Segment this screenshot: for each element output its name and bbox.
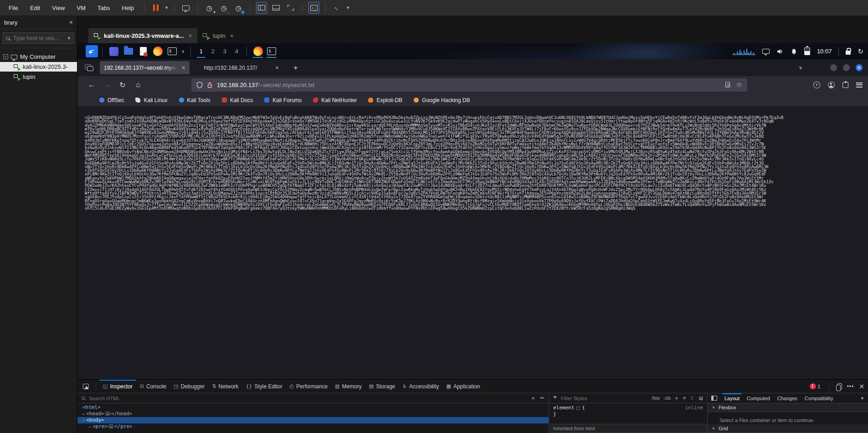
- vm-tab-lupin[interactable]: ▶ lupin ×: [197, 28, 239, 43]
- lock-screen-icon[interactable]: [846, 51, 851, 55]
- reload-button[interactable]: ↻: [115, 78, 130, 92]
- bookmark-kali-docs[interactable]: Kali Docs: [222, 97, 253, 103]
- vm-tab-close-button[interactable]: ×: [189, 32, 192, 39]
- firefox-view-icon[interactable]: [85, 64, 93, 71]
- devtools-tab-accessibility[interactable]: ♿Accessibility: [399, 380, 442, 393]
- tree-item-kali-vm[interactable]: ▶ kali-linux-2025.3-: [0, 62, 77, 72]
- terminal-launcher[interactable]: $: [167, 46, 178, 57]
- reader-mode-icon[interactable]: [725, 82, 730, 88]
- devtools-tab-debugger[interactable]: ◳Debugger: [170, 380, 208, 393]
- bookmark-kali-nethunter[interactable]: Kali NetHunter: [313, 97, 357, 103]
- node-body-selected[interactable]: ▾<body>: [77, 417, 549, 423]
- flexbox-section-header[interactable]: ▼Flexbox: [708, 403, 868, 412]
- vm-tab-kali[interactable]: ▶ kali-linux-2025.3-vmware-a... ×: [88, 28, 197, 43]
- node-pre[interactable]: ▸<pre>…</pre>: [77, 423, 549, 430]
- more-tabs-caret[interactable]: ▼: [860, 396, 864, 401]
- open-window-firefox[interactable]: [251, 43, 265, 59]
- window-minimize-button[interactable]: [830, 64, 837, 71]
- notification-bell-icon[interactable]: [791, 48, 797, 55]
- devtools-tab-inspector[interactable]: ◱Inspector: [99, 380, 136, 393]
- library-close-button[interactable]: ×: [69, 19, 73, 26]
- pseudo-class-toggle[interactable]: :hov: [651, 396, 660, 401]
- folder-launcher[interactable]: [123, 46, 134, 57]
- menu-tabs[interactable]: Tabs: [92, 0, 116, 16]
- filter-styles-input[interactable]: [560, 395, 648, 402]
- url-bar[interactable]: 192.168.20.137/~secret/.mysecret.txt ☆: [191, 78, 747, 92]
- bookmark-star-icon[interactable]: ☆: [736, 81, 742, 89]
- manage-snapshots-button[interactable]: ◷⚙: [233, 2, 244, 14]
- forward-button[interactable]: →: [99, 78, 115, 92]
- dark-mode-sim-icon[interactable]: ☾: [691, 396, 695, 401]
- devtools-tab-style-editor[interactable]: {}Style Editor: [242, 380, 286, 393]
- menu-hamburger-icon[interactable]: [856, 82, 863, 88]
- grid-section-header[interactable]: ▼Grid: [708, 424, 868, 433]
- workspace-3[interactable]: 3: [219, 43, 231, 59]
- shield-icon[interactable]: [196, 82, 203, 88]
- sidebar-tab-computed[interactable]: Computed: [747, 393, 770, 403]
- battery-icon[interactable]: [804, 47, 810, 55]
- devtools-tab-memory[interactable]: ▥Memory: [331, 380, 365, 393]
- browser-tab-webroot[interactable]: http://192.168.20.137/ ×: [200, 64, 283, 71]
- back-button[interactable]: ←: [84, 78, 99, 92]
- insecure-lock-icon[interactable]: [207, 82, 213, 88]
- eyedropper-icon[interactable]: ✎: [539, 395, 546, 402]
- add-node-icon[interactable]: +: [531, 395, 535, 402]
- element-rule[interactable]: element { inline: [553, 405, 703, 411]
- bookmark-kali-tools[interactable]: Kali Tools: [179, 97, 211, 103]
- tab-close-icon[interactable]: ×: [275, 64, 279, 71]
- workspace-4[interactable]: 4: [231, 43, 242, 59]
- clock[interactable]: 10:07: [817, 48, 832, 55]
- show-library-toggle[interactable]: [256, 2, 267, 14]
- show-thumbnail-bar-toggle[interactable]: [271, 2, 282, 14]
- devtools-tab-storage[interactable]: ▤Storage: [365, 380, 399, 393]
- open-window-terminal[interactable]: $: [265, 43, 278, 59]
- responsive-design-mode-icon[interactable]: [837, 383, 842, 390]
- node-html[interactable]: <html>: [77, 404, 549, 411]
- fullscreen-button[interactable]: ↔: [332, 2, 343, 14]
- library-search-input[interactable]: [12, 35, 64, 42]
- page-content[interactable]: cGxD6KNZQddY6iCsSuqPzUdqSx4F5ohDYnArU3kw…: [77, 106, 868, 379]
- bookmark-kali-forums[interactable]: Kali Forums: [264, 97, 302, 103]
- light-mode-sim-icon[interactable]: ☀: [683, 396, 687, 401]
- suspend-dropdown-caret[interactable]: ▼: [164, 5, 169, 10]
- send-ctrl-alt-del-button[interactable]: [180, 2, 191, 14]
- collapse-icon[interactable]: −: [3, 54, 8, 59]
- session-menu-icon[interactable]: ↻: [858, 47, 863, 56]
- extensions-icon[interactable]: [842, 82, 848, 88]
- menu-view[interactable]: View: [46, 0, 71, 16]
- window-close-button[interactable]: ✕: [856, 64, 863, 71]
- console-view-toggle[interactable]: >_: [308, 2, 319, 14]
- bookmark-offsec[interactable]: OffSec: [99, 97, 124, 103]
- new-tab-button[interactable]: +: [293, 63, 298, 72]
- list-all-tabs-caret[interactable]: ∨: [799, 65, 802, 71]
- devtools-tab-console[interactable]: ⊡Console: [136, 380, 170, 393]
- menu-vm[interactable]: VM: [71, 0, 92, 16]
- launcher-overflow-caret[interactable]: ∨: [181, 49, 185, 54]
- account-icon[interactable]: [828, 82, 835, 88]
- pocket-icon[interactable]: ∨: [813, 82, 820, 88]
- unity-view-button[interactable]: [285, 2, 296, 14]
- firefox-launcher[interactable]: [152, 46, 163, 57]
- error-count-badge[interactable]: !1: [810, 383, 821, 389]
- suspend-vm-button[interactable]: [150, 2, 161, 14]
- tree-item-my-computer[interactable]: − My Computer: [0, 52, 77, 62]
- element-picker-icon[interactable]: [83, 384, 89, 389]
- devtools-tab-performance[interactable]: ◴Performance: [286, 380, 331, 393]
- rule-source-link[interactable]: inline: [685, 405, 703, 411]
- take-snapshot-button[interactable]: ◷+: [204, 2, 215, 14]
- file-manager-launcher[interactable]: [108, 46, 119, 57]
- devtools-tab-application[interactable]: ▦Application: [442, 380, 483, 393]
- split-pane-toggle-icon[interactable]: [711, 396, 717, 401]
- tree-item-lupin-vm[interactable]: ▶ lupin: [0, 72, 77, 82]
- fullscreen-dropdown-caret[interactable]: ▼: [346, 5, 350, 10]
- bookmark-kali-linux[interactable]: Kali Linux: [135, 97, 167, 103]
- network-manager-icon[interactable]: [762, 49, 770, 54]
- devtools-tab-network[interactable]: ⇅Network: [208, 380, 242, 393]
- devtools-meatball-menu-icon[interactable]: •••: [847, 383, 854, 390]
- devtools-close-icon[interactable]: ✕: [859, 383, 864, 390]
- menu-edit[interactable]: Edit: [24, 0, 46, 16]
- node-head[interactable]: ▸<head>…</head>: [77, 411, 549, 417]
- print-sim-icon[interactable]: ▤: [699, 396, 703, 401]
- bookmark-google-hacking-db[interactable]: Google Hacking DB: [414, 97, 470, 103]
- sidebar-tab-layout[interactable]: Layout: [724, 393, 740, 403]
